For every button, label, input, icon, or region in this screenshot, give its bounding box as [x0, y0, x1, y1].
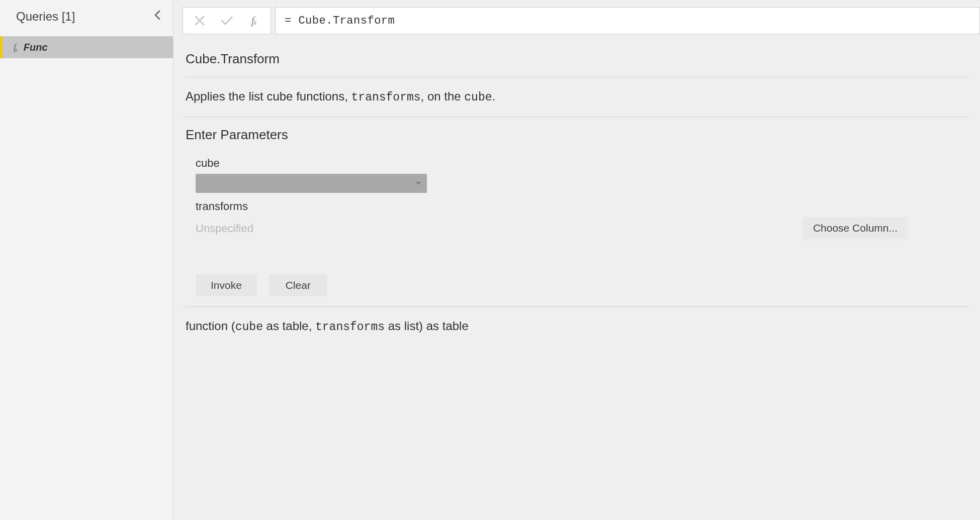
- app-root: Queries [1] fx Func fx = Cube.Transform: [0, 0, 980, 520]
- query-item-func[interactable]: fx Func: [0, 36, 173, 58]
- desc-text: Applies the list cube functions,: [186, 89, 351, 103]
- function-name: Cube.Transform: [186, 51, 968, 67]
- commit-formula-icon[interactable]: [213, 8, 240, 34]
- param-cube-label: cube: [196, 157, 968, 170]
- param-transforms-row: Unspecified Choose Column...: [196, 217, 968, 239]
- function-content: Cube.Transform Applies the list cube fun…: [173, 34, 980, 520]
- fx-icon: fx: [14, 42, 18, 53]
- sig-mono: transforms: [315, 321, 385, 334]
- function-signature: function (cube as table, transforms as l…: [185, 307, 969, 346]
- desc-mono: transforms: [351, 91, 421, 104]
- invoke-button[interactable]: Invoke: [196, 274, 257, 296]
- choose-column-button[interactable]: Choose Column...: [803, 217, 908, 239]
- parameters-body: cube transforms Unspecified Choose Colum…: [186, 157, 968, 296]
- param-transforms-label: transforms: [196, 200, 968, 213]
- fx-formula-icon[interactable]: fx: [240, 8, 268, 34]
- action-buttons: Invoke Clear: [196, 274, 968, 296]
- desc-text: .: [492, 89, 496, 103]
- sig-text: as list) as table: [385, 319, 469, 333]
- function-title-section: Cube.Transform: [185, 41, 969, 77]
- desc-text: , on the: [421, 89, 465, 103]
- clear-button[interactable]: Clear: [269, 274, 327, 296]
- queries-title: Queries [1]: [16, 10, 75, 24]
- queries-sidebar: Queries [1] fx Func: [0, 0, 173, 520]
- formula-bar-row: fx = Cube.Transform: [173, 0, 980, 34]
- function-description: Applies the list cube functions, transfo…: [186, 87, 968, 107]
- param-cube-dropdown[interactable]: [196, 174, 427, 193]
- collapse-sidebar-icon[interactable]: [152, 8, 163, 25]
- main-panel: fx = Cube.Transform Cube.Transform Appli…: [173, 0, 980, 520]
- sidebar-header: Queries [1]: [0, 0, 173, 36]
- sig-text: as table,: [263, 319, 315, 333]
- desc-mono: cube: [464, 91, 492, 104]
- formula-text: = Cube.Transform: [285, 15, 395, 27]
- sig-text: function (: [186, 319, 235, 333]
- formula-tools: fx: [183, 7, 271, 34]
- function-description-section: Applies the list cube functions, transfo…: [185, 77, 969, 117]
- param-transforms-value: Unspecified: [196, 222, 253, 235]
- parameters-header: Enter Parameters: [186, 127, 968, 143]
- sig-mono: cube: [235, 321, 263, 334]
- query-item-label: Func: [24, 42, 48, 53]
- formula-input[interactable]: = Cube.Transform: [275, 7, 980, 34]
- cancel-formula-icon[interactable]: [186, 8, 213, 34]
- parameters-section: Enter Parameters cube transforms Unspeci…: [185, 117, 969, 307]
